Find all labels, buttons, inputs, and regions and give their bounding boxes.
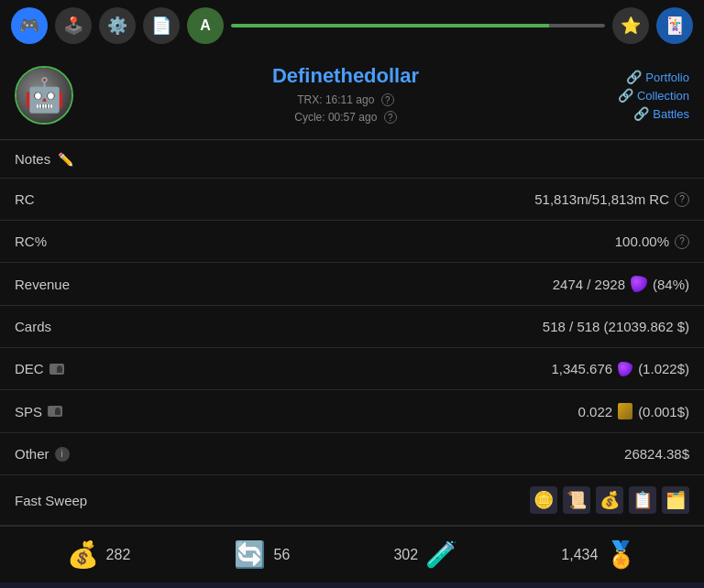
dec-label: DEC [15, 361, 64, 376]
rc-help-icon[interactable]: ? [675, 192, 689, 207]
potions-value: 302 [393, 547, 418, 563]
collection-link-icon: 🔗 [618, 88, 633, 103]
nav-icon-paper[interactable]: 📄 [143, 7, 180, 44]
dec-gem-icon [618, 362, 632, 376]
other-value-text: 26824.38$ [624, 446, 689, 462]
battles-link-label: Battles [653, 107, 689, 121]
battles-link[interactable]: 🔗 Battles [633, 106, 689, 121]
nav-icon-account[interactable]: A [187, 7, 224, 44]
avatar-image: 🤖 [24, 76, 65, 114]
sps-value-text: 0.022 [578, 404, 613, 419]
bottom-stat-swirls: 🔄 56 [234, 539, 290, 570]
avatar-inner: 🤖 [16, 68, 72, 123]
sweep-icon-3[interactable]: 💰 [596, 486, 623, 514]
portfolio-link-icon: 🔗 [626, 70, 642, 84]
sweep-icon-2[interactable]: 📜 [563, 486, 590, 514]
rcpercent-row: RC% 100.00% ? [0, 221, 704, 263]
sps-value: 0.022 (0.001$) [578, 403, 689, 419]
other-label: Other i [15, 446, 70, 462]
medals-icon: 🏅 [605, 539, 637, 570]
dec-wallet-icon [50, 364, 64, 375]
collection-link[interactable]: 🔗 Collection [618, 88, 689, 103]
main-content: Notes ✏️ RC 51,813m/51,813m RC ? RC% 100… [0, 140, 704, 583]
notes-row: Notes ✏️ [0, 140, 704, 179]
rc-value: 51,813m/51,813m RC ? [534, 191, 689, 207]
bottom-stat-medals: 1,434 🏅 [561, 539, 637, 570]
rc-row: RC 51,813m/51,813m RC ? [0, 179, 704, 221]
bags-value: 282 [106, 547, 131, 563]
profile-links: 🔗 Portfolio 🔗 Collection 🔗 Battles [618, 70, 689, 121]
cycle-help-icon[interactable]: ? [384, 111, 397, 124]
sps-wallet-icon [48, 406, 62, 417]
rc-label: RC [15, 191, 35, 207]
other-info-icon[interactable]: i [55, 447, 70, 462]
nav-icon-game[interactable]: 🎮 [11, 7, 48, 44]
nav-icon-settings[interactable]: ⚙️ [99, 7, 136, 44]
nav-card-button[interactable]: 🃏 [656, 7, 693, 44]
dec-value-text: 1,345.676 [551, 361, 612, 376]
nav-star-button[interactable]: ⭐ [612, 7, 649, 44]
other-value: 26824.38$ [624, 446, 689, 462]
revenue-value: 2474 / 2928 (84%) [553, 276, 689, 292]
notes-label: Notes [15, 151, 50, 167]
other-row: Other i 26824.38$ [0, 433, 704, 475]
trx-help-icon[interactable]: ? [381, 93, 394, 106]
battles-link-icon: 🔗 [633, 106, 649, 121]
rcpercent-value-text: 100.00% [615, 234, 669, 249]
fast-sweep-label: Fast Sweep [15, 493, 87, 508]
sweep-icon-5[interactable]: 🗂️ [662, 486, 689, 514]
rcpercent-label: RC% [15, 234, 47, 249]
nav-bar: 🎮 🕹️ ⚙️ 📄 A ⭐ 🃏 [0, 0, 704, 51]
profile-center: Definethedollar TRX: 16:11 ago ? Cycle: … [88, 64, 603, 126]
notes-edit-icon[interactable]: ✏️ [58, 152, 73, 167]
profile-section: 🤖 Definethedollar TRX: 16:11 ago ? Cycle… [0, 51, 704, 140]
bottom-stats-row: 💰 282 🔄 56 302 🧪 1,434 🏅 [0, 526, 704, 583]
revenue-gem-icon [631, 276, 647, 292]
cards-label: Cards [15, 319, 51, 334]
dec-row: DEC 1,345.676 (1.022$) [0, 348, 704, 390]
cycle-label: Cycle: 00:57 ago [294, 111, 377, 124]
sweep-icon-1[interactable]: 🪙 [530, 486, 557, 514]
rcpercent-help-icon[interactable]: ? [675, 234, 689, 249]
nav-progress-line [231, 24, 605, 27]
portfolio-link-label: Portfolio [645, 71, 689, 84]
dec-gem-value: (1.022$) [638, 361, 689, 376]
profile-trx: TRX: 16:11 ago ? Cycle: 00:57 ago ? [88, 92, 603, 126]
rc-value-text: 51,813m/51,813m RC [534, 191, 669, 207]
sps-scroll-value: (0.001$) [638, 404, 689, 419]
revenue-percent: (84%) [653, 277, 689, 292]
dec-value: 1,345.676 (1.022$) [551, 361, 689, 376]
profile-name: Definethedollar [88, 64, 603, 88]
medals-value: 1,434 [561, 547, 598, 563]
portfolio-link[interactable]: 🔗 Portfolio [626, 70, 689, 84]
sweep-icons: 🪙 📜 💰 📋 🗂️ [530, 486, 689, 514]
fast-sweep-row: Fast Sweep 🪙 📜 💰 📋 🗂️ [0, 475, 704, 526]
sps-scroll-icon [618, 403, 632, 419]
bottom-stat-bags: 💰 282 [67, 539, 131, 570]
sps-label: SPS [15, 404, 62, 419]
collection-link-label: Collection [637, 89, 689, 103]
avatar: 🤖 [15, 66, 73, 125]
revenue-value-text: 2474 / 2928 [553, 277, 625, 292]
revenue-row: Revenue 2474 / 2928 (84%) [0, 263, 704, 306]
swirls-icon: 🔄 [234, 539, 266, 570]
potions-icon: 🧪 [425, 539, 457, 570]
sps-row: SPS 0.022 (0.001$) [0, 390, 704, 433]
nav-icon-controller[interactable]: 🕹️ [55, 7, 92, 44]
bags-icon: 💰 [67, 539, 99, 570]
sweep-icon-4[interactable]: 📋 [629, 486, 656, 514]
bottom-stat-potions: 302 🧪 [393, 539, 457, 570]
revenue-label: Revenue [15, 277, 70, 292]
cards-value-text: 518 / 518 (21039.862 $) [543, 319, 689, 334]
rcpercent-value: 100.00% ? [615, 234, 689, 249]
trx-label: TRX: 16:11 ago [297, 93, 374, 106]
cards-value: 518 / 518 (21039.862 $) [543, 319, 689, 334]
swirls-value: 56 [273, 547, 290, 563]
cards-row: Cards 518 / 518 (21039.862 $) [0, 306, 704, 348]
